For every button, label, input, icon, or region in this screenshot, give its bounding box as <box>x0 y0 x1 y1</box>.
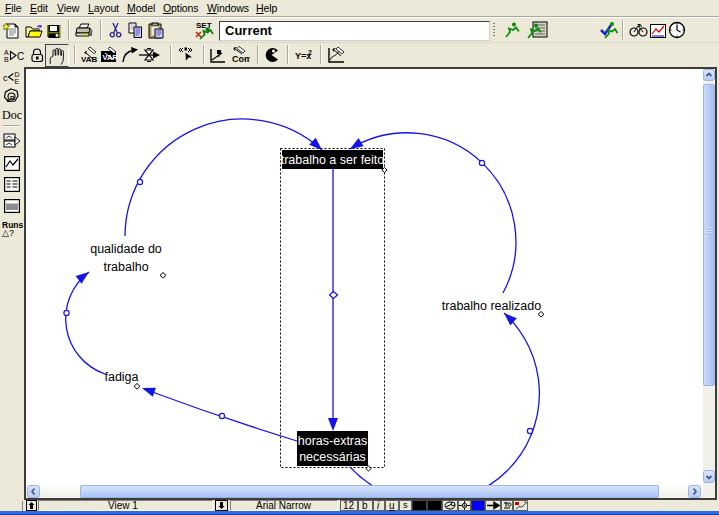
svg-text:trabalho: trabalho <box>103 260 148 274</box>
svg-text:A: A <box>4 49 9 56</box>
svg-text:c: c <box>3 73 8 83</box>
svg-text:fadiga: fadiga <box>104 370 138 384</box>
svg-text:R: R <box>10 95 15 101</box>
svg-text:C: C <box>17 51 24 62</box>
svg-text:D: D <box>15 71 20 78</box>
svg-text:trabalho a ser feito: trabalho a ser feito <box>281 153 385 167</box>
svg-text:2: 2 <box>308 49 312 56</box>
svg-text:B: B <box>4 56 9 63</box>
svg-text:qualidade do: qualidade do <box>90 242 162 256</box>
svg-text:SET: SET <box>196 21 212 30</box>
svg-text:Com: Com <box>232 54 250 63</box>
svg-text:E: E <box>15 78 20 84</box>
svg-text:trabalho realizado: trabalho realizado <box>442 299 541 313</box>
svg-text:horas-extras: horas-extras <box>298 434 367 448</box>
svg-text:necessárias: necessárias <box>299 450 366 464</box>
